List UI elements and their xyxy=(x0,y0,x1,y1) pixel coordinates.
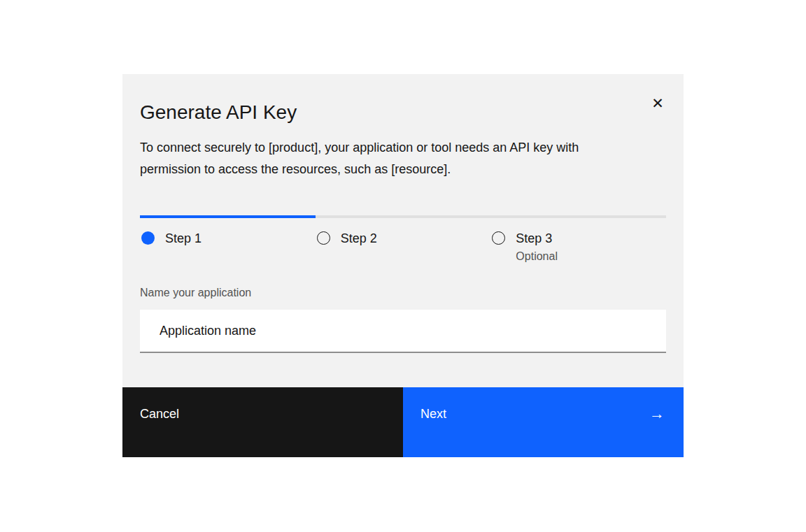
step-texts: Step 3 Optional xyxy=(505,230,558,264)
modal-footer: Cancel Next → xyxy=(122,387,684,457)
step-incomplete-icon xyxy=(317,231,330,245)
modal-body: Generate API Key To connect securely to … xyxy=(122,74,684,387)
close-button[interactable]: ✕ xyxy=(644,89,672,117)
step-label: Step 1 xyxy=(165,230,202,247)
progress-step-1[interactable]: Step 1 xyxy=(140,215,316,264)
arrow-right-icon: → xyxy=(649,405,665,422)
modal-description: To connect securely to [product], your a… xyxy=(140,137,640,180)
cancel-button[interactable]: Cancel xyxy=(122,387,403,457)
step-incomplete-icon xyxy=(492,231,505,245)
step-label: Step 3 xyxy=(516,230,558,247)
progress-step-3[interactable]: Step 3 Optional xyxy=(490,215,666,264)
step-row: Step 3 Optional xyxy=(490,230,666,264)
progress-step-2[interactable]: Step 2 xyxy=(316,215,491,264)
step-row: Step 2 xyxy=(316,230,491,247)
generate-api-key-modal: Generate API Key To connect securely to … xyxy=(122,74,684,457)
next-button[interactable]: Next → xyxy=(403,387,684,457)
application-name-label: Name your application xyxy=(140,285,666,301)
close-icon: ✕ xyxy=(651,96,664,110)
step-optional-label: Optional xyxy=(516,249,558,264)
next-button-label: Next xyxy=(420,405,446,422)
application-name-input[interactable] xyxy=(140,310,666,353)
step-current-icon xyxy=(141,231,155,245)
cancel-button-label: Cancel xyxy=(140,405,179,422)
step-row: Step 1 xyxy=(140,230,316,247)
progress-indicator: Step 1 Step 2 Step 3 Optional xyxy=(140,215,666,264)
modal-title: Generate API Key xyxy=(140,74,666,125)
step-label: Step 2 xyxy=(341,230,377,247)
